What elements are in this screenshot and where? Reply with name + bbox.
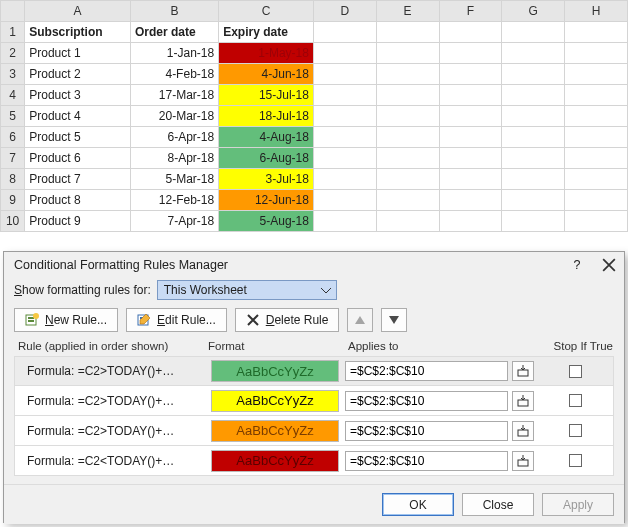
col-header-G[interactable]: G xyxy=(502,1,565,22)
cell-F4[interactable] xyxy=(439,85,502,106)
cell-G8[interactable] xyxy=(502,169,565,190)
range-selector-icon[interactable] xyxy=(512,421,534,441)
cell-G2[interactable] xyxy=(502,43,565,64)
col-header-F[interactable]: F xyxy=(439,1,502,22)
cell-C5[interactable]: 18-Jul-18 xyxy=(219,106,314,127)
applies-to-input[interactable] xyxy=(345,391,508,411)
cell-B7[interactable]: 8-Apr-18 xyxy=(131,148,219,169)
cell-G5[interactable] xyxy=(502,106,565,127)
range-selector-icon[interactable] xyxy=(512,361,534,381)
cell-H9[interactable] xyxy=(565,190,628,211)
range-selector-icon[interactable] xyxy=(512,451,534,471)
cell-B2[interactable]: 1-Jan-18 xyxy=(131,43,219,64)
cell-H7[interactable] xyxy=(565,148,628,169)
cell-H6[interactable] xyxy=(565,127,628,148)
cell-G7[interactable] xyxy=(502,148,565,169)
cell-A2[interactable]: Product 1 xyxy=(25,43,131,64)
rule-row[interactable]: Formula: =C2>TODAY()+…AaBbCcYyZz xyxy=(14,416,614,446)
cell-F8[interactable] xyxy=(439,169,502,190)
cell-H1[interactable] xyxy=(565,22,628,43)
applies-to-input[interactable] xyxy=(345,361,508,381)
cell-A3[interactable]: Product 2 xyxy=(25,64,131,85)
stop-if-true-checkbox[interactable] xyxy=(569,454,582,467)
cell-B8[interactable]: 5-Mar-18 xyxy=(131,169,219,190)
cell-A4[interactable]: Product 3 xyxy=(25,85,131,106)
cell-E9[interactable] xyxy=(376,190,439,211)
rule-row[interactable]: Formula: =C2>TODAY()+…AaBbCcYyZz xyxy=(14,386,614,416)
cell-E8[interactable] xyxy=(376,169,439,190)
cell-B4[interactable]: 17-Mar-18 xyxy=(131,85,219,106)
cell-E1[interactable] xyxy=(376,22,439,43)
rule-row[interactable]: Formula: =C2<TODAY()+…AaBbCcYyZz xyxy=(14,446,614,476)
applies-to-input[interactable] xyxy=(345,451,508,471)
delete-rule-button[interactable]: Delete Rule xyxy=(235,308,340,332)
select-all-corner[interactable] xyxy=(1,1,25,22)
cell-B10[interactable]: 7-Apr-18 xyxy=(131,211,219,232)
cell-F2[interactable] xyxy=(439,43,502,64)
cell-H10[interactable] xyxy=(565,211,628,232)
col-header-B[interactable]: B xyxy=(131,1,219,22)
cell-F9[interactable] xyxy=(439,190,502,211)
row-header[interactable]: 7 xyxy=(1,148,25,169)
cell-G10[interactable] xyxy=(502,211,565,232)
show-rules-dropdown[interactable]: This Worksheet xyxy=(157,280,337,300)
cell-C6[interactable]: 4-Aug-18 xyxy=(219,127,314,148)
row-header[interactable]: 5 xyxy=(1,106,25,127)
cell-D5[interactable] xyxy=(313,106,376,127)
row-header[interactable]: 8 xyxy=(1,169,25,190)
cell-H3[interactable] xyxy=(565,64,628,85)
row-header[interactable]: 6 xyxy=(1,127,25,148)
range-selector-icon[interactable] xyxy=(512,391,534,411)
col-header-D[interactable]: D xyxy=(313,1,376,22)
cell-F7[interactable] xyxy=(439,148,502,169)
cell-E6[interactable] xyxy=(376,127,439,148)
cell-H2[interactable] xyxy=(565,43,628,64)
col-header-H[interactable]: H xyxy=(565,1,628,22)
close-button[interactable]: Close xyxy=(462,493,534,516)
cell-H8[interactable] xyxy=(565,169,628,190)
rule-row[interactable]: Formula: =C2>TODAY()+…AaBbCcYyZz xyxy=(14,356,614,386)
cell-H4[interactable] xyxy=(565,85,628,106)
col-header-E[interactable]: E xyxy=(376,1,439,22)
edit-rule-button[interactable]: Edit Rule... xyxy=(126,308,227,332)
row-header[interactable]: 1 xyxy=(1,22,25,43)
cell-E7[interactable] xyxy=(376,148,439,169)
cell-H5[interactable] xyxy=(565,106,628,127)
cell-C4[interactable]: 15-Jul-18 xyxy=(219,85,314,106)
cell-A10[interactable]: Product 9 xyxy=(25,211,131,232)
stop-if-true-checkbox[interactable] xyxy=(569,365,582,378)
cell-B3[interactable]: 4-Feb-18 xyxy=(131,64,219,85)
cell-A7[interactable]: Product 6 xyxy=(25,148,131,169)
cell-F6[interactable] xyxy=(439,127,502,148)
cell-B5[interactable]: 20-Mar-18 xyxy=(131,106,219,127)
cell-E4[interactable] xyxy=(376,85,439,106)
cell-D4[interactable] xyxy=(313,85,376,106)
cell-A1[interactable]: Subscription xyxy=(25,22,131,43)
cell-F5[interactable] xyxy=(439,106,502,127)
cell-D2[interactable] xyxy=(313,43,376,64)
row-header[interactable]: 3 xyxy=(1,64,25,85)
spreadsheet[interactable]: A B C D E F G H 1SubscriptionOrder dateE… xyxy=(0,0,628,232)
cell-D1[interactable] xyxy=(313,22,376,43)
cell-C2[interactable]: 1-May-18 xyxy=(219,43,314,64)
cell-G6[interactable] xyxy=(502,127,565,148)
close-icon[interactable] xyxy=(602,258,616,272)
cell-A8[interactable]: Product 7 xyxy=(25,169,131,190)
cell-G1[interactable] xyxy=(502,22,565,43)
col-header-C[interactable]: C xyxy=(219,1,314,22)
cell-C3[interactable]: 4-Jun-18 xyxy=(219,64,314,85)
cell-D3[interactable] xyxy=(313,64,376,85)
cell-C7[interactable]: 6-Aug-18 xyxy=(219,148,314,169)
cell-B9[interactable]: 12-Feb-18 xyxy=(131,190,219,211)
cell-A6[interactable]: Product 5 xyxy=(25,127,131,148)
row-header[interactable]: 2 xyxy=(1,43,25,64)
cell-A5[interactable]: Product 4 xyxy=(25,106,131,127)
cell-E10[interactable] xyxy=(376,211,439,232)
cell-D9[interactable] xyxy=(313,190,376,211)
cell-D10[interactable] xyxy=(313,211,376,232)
cell-F1[interactable] xyxy=(439,22,502,43)
apply-button[interactable]: Apply xyxy=(542,493,614,516)
row-header[interactable]: 4 xyxy=(1,85,25,106)
cell-E3[interactable] xyxy=(376,64,439,85)
cell-A9[interactable]: Product 8 xyxy=(25,190,131,211)
